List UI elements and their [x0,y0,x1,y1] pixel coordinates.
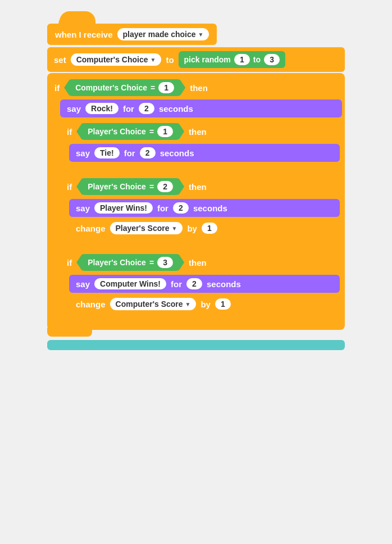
outer-if-header: if Computer's Choice = 1 then [50,76,342,99]
computer-choice-condition[interactable]: Computer's Choice = 1 [64,79,185,96]
say-rock-text[interactable]: Rock! [85,103,118,114]
nested-if-1-footer [60,165,342,171]
nested-if-2-header: if Player's Choice = 2 then [60,174,342,199]
next-block-stub [47,340,345,350]
nested-if-3-header: if Player's Choice = 3 then [60,250,342,275]
change-computers-score-block[interactable]: change Computer's Score by 1 [69,294,340,314]
say-computer-wins-block[interactable]: say Computer Wins! for 2 seconds [69,275,340,293]
if-label-nested-3: if [67,258,72,268]
say-player-wins-duration[interactable]: 2 [173,202,189,214]
set-label: set [54,55,66,65]
nested-if-1: if Player's Choice = 1 then say Tie! for… [60,119,342,171]
say-rock-duration[interactable]: 2 [139,103,154,114]
say-tie-text[interactable]: Tie! [94,147,120,158]
set-block[interactable]: set Computer's Choice to pick random 1 t… [47,47,345,72]
then-label-nested-2: then [189,182,207,192]
players-choice-val-3[interactable]: 3 [157,257,173,268]
pick-random-block[interactable]: pick random 1 to 3 [179,51,285,68]
random-from[interactable]: 1 [234,54,250,65]
computers-score-dropdown[interactable]: Computer's Score [110,298,197,310]
if-label-nested-1: if [67,127,72,137]
when-i-receive-block[interactable]: when I receive player made choice [47,24,217,45]
to-label: to [166,55,174,65]
say-tie-block[interactable]: say Tie! for 2 seconds [69,144,340,162]
computers-score-amount[interactable]: 1 [215,298,231,310]
nested-if-2-body: say Player Wins! for 2 seconds change Pl… [69,199,340,238]
say-player-wins-text[interactable]: Player Wins! [94,202,153,214]
say-rock-block[interactable]: say Rock! for 2 seconds [60,99,342,117]
change-players-score-block[interactable]: change Player's Score by 1 [69,219,340,238]
say-tie-duration[interactable]: 2 [140,147,156,158]
nested-if-2-footer [60,241,342,247]
scratch-block-stack: when I receive player made choice set Co… [47,11,345,350]
hat-block-wrapper: when I receive player made choice [47,11,345,46]
random-to[interactable]: 3 [264,54,280,65]
bottom-stub [47,328,92,337]
if-label-nested-2: if [67,182,72,192]
event-dropdown[interactable]: player made choice [117,28,209,40]
condition-value-1[interactable]: 1 [158,82,174,93]
nested-if-3: if Player's Choice = 3 then say Computer… [60,250,342,323]
nested-if-3-body: say Computer Wins! for 2 seconds change … [69,275,340,314]
players-score-dropdown[interactable]: Player's Score [110,222,183,234]
players-choice-condition-1[interactable]: Player's Choice = 1 [76,123,184,140]
then-label-1: then [190,83,208,93]
say-computer-wins-text[interactable]: Computer Wins! [94,278,166,289]
when-i-receive-label: when I receive [55,30,113,39]
say-computer-wins-duration[interactable]: 2 [186,278,202,289]
if-label-1: if [54,83,60,93]
nested-if-1-header: if Player's Choice = 1 then [60,119,342,144]
nested-if-1-body: say Tie! for 2 seconds [69,144,340,162]
players-choice-condition-2[interactable]: Player's Choice = 2 [76,178,184,195]
then-label-nested-1: then [189,127,207,137]
nested-if-3-footer [60,317,342,323]
then-label-nested-3: then [189,258,207,268]
say-player-wins-block[interactable]: say Player Wins! for 2 seconds [69,199,340,217]
outer-if-block: if Computer's Choice = 1 then say Rock! … [47,73,345,330]
outer-if-body: say Rock! for 2 seconds if Player's Choi… [60,99,342,324]
computer-choice-var-dropdown[interactable]: Computer's Choice [71,53,162,66]
players-choice-val-2[interactable]: 2 [157,181,173,192]
players-choice-val-1[interactable]: 1 [157,126,173,137]
players-choice-condition-3[interactable]: Player's Choice = 3 [76,254,184,271]
nested-if-2: if Player's Choice = 2 then say Player W… [60,174,342,247]
players-score-amount[interactable]: 1 [202,223,217,234]
